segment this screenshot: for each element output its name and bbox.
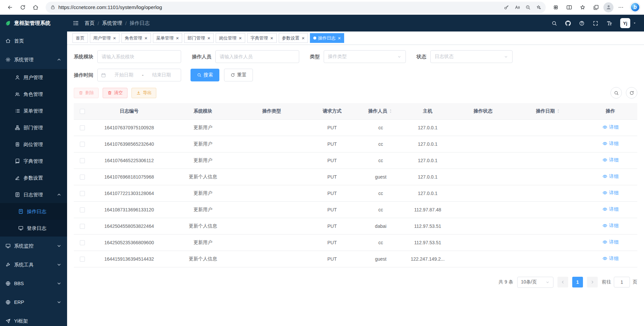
address-bar[interactable]: https://ccnetcore.com:1101/system/log/op… [46, 2, 546, 13]
column-header[interactable]: 操作日期 [513, 103, 584, 119]
show-search-button[interactable] [610, 87, 622, 99]
avatar[interactable]: Yj [620, 18, 630, 28]
detail-link[interactable]: 详细 [602, 239, 619, 245]
detail-label: 详细 [609, 223, 619, 229]
module-input[interactable] [97, 50, 181, 63]
favorite-add-button[interactable] [534, 2, 544, 12]
header-github-button[interactable] [565, 20, 571, 26]
breadcrumb-home[interactable]: 首页 [85, 20, 95, 26]
favorites-bar-button[interactable] [577, 1, 589, 13]
sidebar-item-yi-framework[interactable]: Yi框架 [0, 312, 67, 326]
sidebar-item-system-tools[interactable]: 系统工具 [0, 255, 67, 274]
close-icon[interactable]: × [176, 36, 179, 41]
row-checkbox[interactable] [80, 257, 85, 262]
split-screen-button[interactable] [563, 1, 575, 13]
sidebar-item-bbs[interactable]: BBS [0, 274, 67, 293]
export-button[interactable]: 导出 [131, 88, 156, 98]
sidebar-item-post-management[interactable]: 岗位管理 [0, 136, 67, 153]
detail-link[interactable]: 详细 [602, 124, 619, 130]
close-icon[interactable]: × [207, 36, 210, 41]
header-question-button[interactable] [579, 20, 585, 26]
clear-button[interactable]: 清空 [103, 88, 127, 98]
close-icon[interactable]: × [239, 36, 242, 41]
address-url[interactable]: https://ccnetcore.com:1101/system/log/op… [58, 4, 498, 10]
tab-operation-log[interactable]: 操作日志× [310, 33, 344, 43]
tab-dict-management[interactable]: 字典管理× [247, 33, 277, 43]
row-checkbox[interactable] [80, 224, 85, 229]
header-font-size-button[interactable] [606, 20, 612, 26]
sidebar-item-system-management[interactable]: 系统管理 [0, 50, 67, 69]
header-fullscreen-button[interactable] [593, 20, 598, 26]
close-icon[interactable]: × [302, 36, 305, 41]
detail-link[interactable]: 详细 [602, 174, 619, 180]
sidebar-item-home[interactable]: 首页 [0, 31, 67, 50]
page-button-1[interactable]: 1 [572, 277, 583, 287]
more-button[interactable] [615, 1, 627, 13]
breadcrumb-system[interactable]: 系统管理 [102, 20, 122, 26]
tab-menu-management[interactable]: 菜单管理× [153, 33, 182, 43]
goto-page-input[interactable] [614, 277, 630, 287]
row-checkbox[interactable] [80, 175, 85, 180]
tab-post-management[interactable]: 岗位管理× [216, 33, 245, 43]
detail-link[interactable]: 详细 [602, 141, 619, 147]
row-checkbox[interactable] [80, 125, 85, 130]
zoom-out-button[interactable] [523, 2, 533, 12]
sidebar-item-erp[interactable]: ERP [0, 293, 67, 312]
close-icon[interactable]: × [145, 36, 148, 41]
status-select[interactable]: 日志状态 [430, 50, 513, 63]
sidebar-item-log-management[interactable]: 日志管理 [0, 186, 67, 203]
row-checkbox[interactable] [80, 158, 85, 163]
detail-link[interactable]: 详细 [602, 206, 619, 212]
prev-page-button[interactable] [557, 277, 568, 287]
header-search-button[interactable] [551, 20, 557, 26]
menu-fold-button[interactable] [67, 20, 85, 26]
close-icon[interactable]: × [338, 36, 341, 41]
close-icon[interactable]: × [270, 36, 273, 41]
extensions-button[interactable] [550, 1, 562, 13]
sidebar-item-operation-log[interactable]: 操作日志 [0, 203, 67, 220]
tab-role-management[interactable]: 角色管理× [121, 33, 151, 43]
sidebar-item-login-log[interactable]: 登录日志 [0, 220, 67, 237]
row-checkbox[interactable] [80, 191, 85, 196]
operator-input[interactable] [215, 50, 299, 63]
key-button[interactable] [501, 2, 512, 12]
delete-button[interactable]: 删除 [74, 88, 99, 98]
home-button[interactable] [30, 1, 42, 13]
detail-link[interactable]: 详细 [602, 256, 619, 262]
search-button[interactable]: 搜索 [191, 69, 219, 81]
tab-dept-management[interactable]: 部门管理× [184, 33, 214, 43]
sidebar-item-param-settings[interactable]: 参数设置 [0, 170, 67, 186]
refresh-button[interactable] [17, 1, 29, 13]
user-avatar-menu[interactable]: Yj [620, 18, 637, 28]
app-logo[interactable]: 意框架管理系统 [0, 15, 67, 31]
back-button[interactable] [4, 1, 16, 13]
sidebar-item-user-management[interactable]: 用户管理 [0, 69, 67, 86]
type-select[interactable]: 操作类型 [324, 50, 406, 63]
refresh-table-button[interactable] [626, 87, 637, 99]
detail-link[interactable]: 详细 [602, 190, 619, 196]
tab-home[interactable]: 首页 [72, 33, 88, 43]
sidebar-item-dept-management[interactable]: 部门管理 [0, 119, 67, 136]
next-page-button[interactable] [587, 277, 598, 287]
sidebar-item-menu-management[interactable]: 菜单管理 [0, 103, 67, 119]
detail-link[interactable]: 详细 [602, 223, 619, 229]
reset-button[interactable]: 重置 [224, 69, 253, 81]
collections-button[interactable] [590, 1, 602, 13]
row-checkbox[interactable] [80, 142, 85, 147]
sidebar-item-dict-management[interactable]: 字典管理 [0, 153, 67, 170]
profile-avatar[interactable] [603, 2, 613, 12]
sidebar-item-role-management[interactable]: 角色管理 [0, 86, 67, 103]
column-header[interactable]: 操作人员 [359, 103, 402, 119]
detail-link[interactable]: 详细 [602, 157, 619, 163]
bing-icon[interactable]: b [630, 2, 640, 12]
tab-user-management[interactable]: 用户管理× [90, 33, 119, 43]
page-size-select[interactable]: 10条/页 [517, 277, 553, 288]
date-range-picker[interactable]: 开始日期 - 结束日期 [97, 69, 181, 81]
row-checkbox[interactable] [80, 240, 85, 245]
select-all-checkbox[interactable] [80, 109, 85, 114]
row-checkbox[interactable] [80, 207, 85, 212]
sidebar-item-system-monitor[interactable]: 系统监控 [0, 237, 67, 255]
read-aloud-button[interactable] [512, 2, 522, 12]
close-icon[interactable]: × [113, 36, 116, 41]
tab-param-settings[interactable]: 参数设置× [279, 33, 308, 43]
